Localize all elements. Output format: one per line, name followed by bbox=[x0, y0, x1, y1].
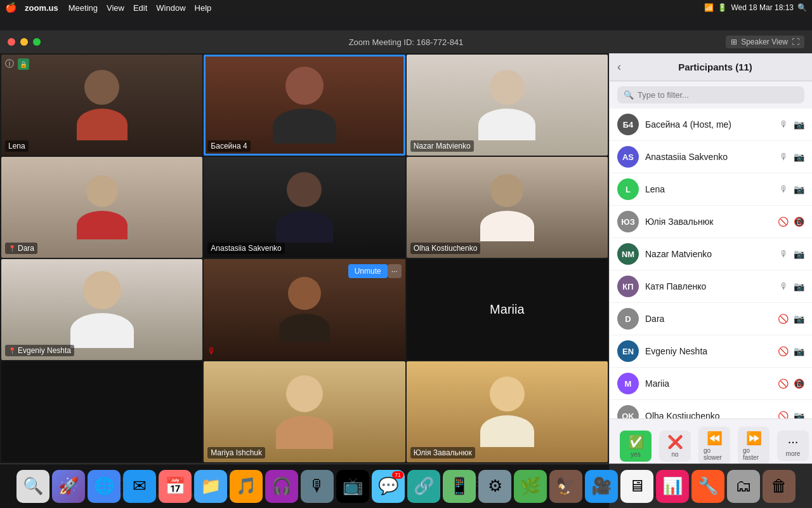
participant-name-mariia: Mariia bbox=[645, 378, 778, 389]
avatar-baseyna4: Б4 bbox=[617, 114, 639, 135]
dock-zoom[interactable]: 🎥 bbox=[585, 470, 618, 503]
video-cell-mariya: Mariya Ishchuk bbox=[204, 361, 405, 462]
participant-icons-lena: 🎙 📷 bbox=[780, 184, 804, 194]
participant-item-mariia: M Mariia 🚫 📵 bbox=[610, 368, 812, 400]
mic-muted-mariia: 🚫 bbox=[778, 378, 789, 389]
avatar-lena: L bbox=[617, 178, 639, 200]
search-icon: 🔍 bbox=[624, 90, 634, 100]
participant-item-katya: КП Катя Павленко 🎙 📷 bbox=[610, 271, 812, 303]
name-tag-olha: Olha Kostiuchenko bbox=[410, 243, 481, 254]
dock: 🔍 🚀 🌐 ✉ 📅 📁 🎵 🎧 🎙 📺 💬 71 🔗 📱 ⚙ 🌿 🦅 🎥 🖥 📊… bbox=[0, 464, 812, 508]
clock: Wed 18 Mar 18:13 bbox=[731, 3, 794, 12]
mariia-name-display: Mariia bbox=[490, 302, 524, 317]
reaction-no-button[interactable]: ❌ no bbox=[659, 431, 691, 462]
speaker-view-button[interactable]: ⊞ Speaker View ⛶ bbox=[726, 36, 804, 48]
reaction-yes-button[interactable]: ✅ yes bbox=[620, 431, 652, 462]
no-label: no bbox=[671, 451, 678, 458]
participant-name-anastasiia: Anastasiia Sakvenko bbox=[645, 152, 780, 162]
dock-tools[interactable]: 🔧 bbox=[691, 470, 724, 503]
video-cell-empty bbox=[1, 361, 202, 462]
participant-name-baseyna4: Басейна 4 (Host, me) bbox=[645, 119, 780, 130]
video-cell-anastasiia: Anastasiia Sakvenko bbox=[204, 157, 405, 258]
dock-mic[interactable]: 🎙 bbox=[301, 470, 334, 503]
apple-menu[interactable]: 🍎 bbox=[5, 2, 17, 13]
app-name: zoom.us bbox=[25, 3, 58, 13]
meeting-title: Zoom Meeting ID: 168-772-841 bbox=[349, 37, 464, 47]
dock-bear[interactable]: 🦅 bbox=[549, 470, 582, 503]
participant-icons-katya: 🎙 📷 bbox=[780, 281, 804, 291]
more-reactions-emoji: ··· bbox=[788, 434, 799, 449]
yes-label: yes bbox=[631, 451, 641, 458]
menu-window[interactable]: Window bbox=[156, 3, 185, 13]
menu-meeting[interactable]: Meeting bbox=[69, 3, 98, 13]
video-cell-person2: 🎙 Unmute ··· bbox=[204, 259, 405, 360]
cam-muted-yulia: 📵 bbox=[794, 217, 804, 227]
info-icon[interactable]: ⓘ bbox=[5, 58, 14, 70]
video-cell-yulia: Юлія Завальнюк bbox=[407, 361, 608, 462]
video-cell-mariia: Mariia bbox=[407, 259, 608, 360]
dock-trash[interactable]: 🗑 bbox=[763, 470, 796, 503]
minimize-button[interactable] bbox=[20, 38, 28, 46]
cam-icon-anastasiia: 📷 bbox=[794, 152, 804, 162]
panel-title: Participants (11) bbox=[626, 62, 804, 72]
security-icon[interactable]: 🔒 bbox=[18, 58, 29, 70]
menu-edit[interactable]: Edit bbox=[133, 3, 147, 13]
participant-name-nazar: Nazar Matvienko bbox=[645, 249, 780, 259]
name-tag-mariya: Mariya Ishchuk bbox=[207, 447, 265, 458]
unmute-button[interactable]: Unmute bbox=[348, 264, 388, 278]
name-tag-dara: 📍 Dara bbox=[5, 243, 37, 254]
cam-muted-mariia: 📵 bbox=[794, 378, 804, 389]
maximize-button[interactable] bbox=[33, 38, 41, 46]
panel-collapse-button[interactable]: ‹ bbox=[617, 60, 621, 74]
dock-launchpad[interactable]: 🚀 bbox=[52, 470, 85, 503]
dock-settings[interactable]: ⚙ bbox=[478, 470, 511, 503]
dock-sheets[interactable]: 📊 bbox=[656, 470, 689, 503]
dock-files[interactable]: 📁 bbox=[194, 470, 227, 503]
dock-messages[interactable]: 💬 71 bbox=[372, 470, 405, 503]
avatar-mariia: M bbox=[617, 373, 639, 394]
dock-finder[interactable]: 🔍 bbox=[16, 470, 49, 503]
dock-evernote[interactable]: 🌿 bbox=[514, 470, 547, 503]
avatar-olha: OK bbox=[617, 405, 639, 418]
menu-help[interactable]: Help bbox=[195, 3, 212, 13]
participants-panel: ‹ Participants (11) 🔍 Б4 Басейна 4 (Host… bbox=[609, 53, 812, 508]
menu-items: Meeting View Edit Window Help bbox=[69, 3, 212, 13]
name-tag-yulia: Юлія Завальнюк bbox=[410, 447, 475, 458]
name-tag-nazar: Nazar Matvienko bbox=[410, 140, 474, 152]
reaction-go-slower-button[interactable]: ⏪ go slower bbox=[698, 427, 730, 465]
info-bar: ⓘ 🔒 bbox=[5, 58, 29, 70]
dock-calendar[interactable]: 📅 bbox=[159, 470, 192, 503]
participant-item-evgeniy: EN Evgeniy Neshta 🚫 📷 bbox=[610, 335, 812, 368]
mic-warning-evgeniy: 📍 bbox=[8, 347, 16, 354]
dock-mail[interactable]: ✉ bbox=[123, 470, 156, 503]
menu-view[interactable]: View bbox=[107, 3, 124, 13]
reaction-go-faster-button[interactable]: ⏩ go faster bbox=[738, 427, 769, 465]
avatar-evgeniy: EN bbox=[617, 340, 639, 362]
participant-item-lena: L Lena 🎙 📷 bbox=[610, 173, 812, 206]
participant-item-nazar: NM Nazar Matvienko 🎙 📷 bbox=[610, 238, 812, 271]
video-cell-nazar: Nazar Matvienko bbox=[407, 55, 608, 156]
close-button[interactable] bbox=[8, 38, 15, 46]
traffic-lights bbox=[8, 38, 41, 46]
dock-phone[interactable]: 📱 bbox=[443, 470, 476, 503]
reactions-row: ✅ yes ❌ no ⏪ go slower ⏩ go faster bbox=[620, 427, 802, 465]
participant-icons-anastasiia: 🎙 📷 bbox=[780, 152, 804, 162]
cam-icon-katya: 📷 bbox=[794, 281, 804, 291]
more-options-button[interactable]: ··· bbox=[388, 264, 402, 278]
cam-icon-nazar: 📷 bbox=[794, 249, 804, 259]
dock-podcasts[interactable]: 🎧 bbox=[265, 470, 298, 503]
mic-muted-icon: 🎙 bbox=[207, 346, 216, 356]
dock-slack[interactable]: 🔗 bbox=[407, 470, 440, 503]
dock-chrome[interactable]: 🌐 bbox=[88, 470, 121, 503]
dock-folders[interactable]: 🗂 bbox=[727, 470, 760, 503]
dock-monitor[interactable]: 🖥 bbox=[620, 470, 653, 503]
name-tag-baseyna: Басейна 4 bbox=[207, 140, 250, 152]
participant-icons-baseyna4: 🎙 📷 bbox=[780, 119, 804, 130]
video-cell-dara: 📍 Dara bbox=[1, 157, 202, 258]
dock-music[interactable]: 🎵 bbox=[230, 470, 263, 503]
avatar-katya: КП bbox=[617, 276, 639, 297]
video-grid: Lena Басейна 4 bbox=[0, 53, 609, 464]
reaction-more-button[interactable]: ··· more bbox=[777, 431, 809, 461]
participant-search-input[interactable] bbox=[638, 90, 798, 100]
dock-tv[interactable]: 📺 bbox=[336, 470, 369, 503]
